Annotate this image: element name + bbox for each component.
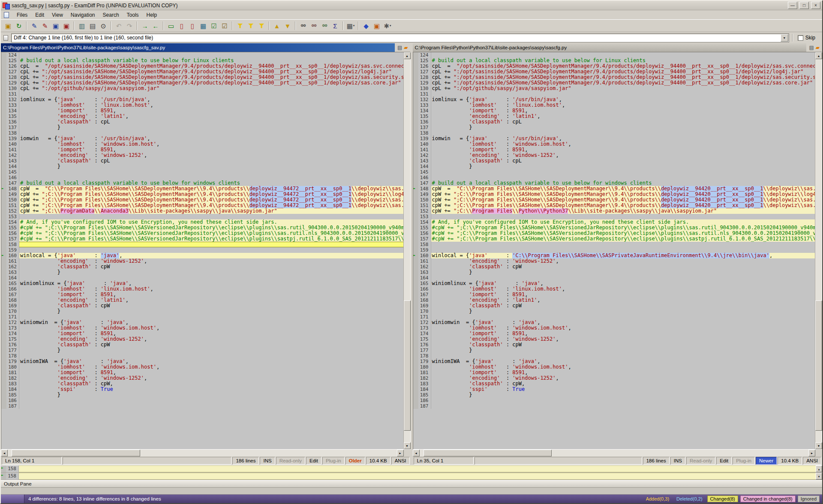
edit-second-file-icon[interactable]: ✎ xyxy=(40,21,50,31)
code-line-168[interactable]: 168 'encoding' : 'latin1', xyxy=(413,297,815,303)
code-line-144[interactable]: 144 } xyxy=(413,164,815,169)
code-line-126[interactable]: 126cpL = "/opt/sasinside/SASHome/SASDepl… xyxy=(1,63,403,69)
code-line-143[interactable]: 143 'classpath' : cpL xyxy=(413,158,815,164)
code-line-151[interactable]: 151cpW += ";C:\\Program Files\\SASHome\\… xyxy=(1,203,403,208)
scroll-left-button[interactable]: ◄ xyxy=(1,450,8,456)
view-options-dropdown-icon[interactable]: ▦▾ xyxy=(345,21,356,31)
code-line-139[interactable]: 139iomwin = {'java' : '/usr/bin/java', xyxy=(1,136,403,141)
code-line-167[interactable]: 167 'iomport' : 8591, xyxy=(413,292,815,297)
code-line-183[interactable]: 183 'classpath' : cpW, xyxy=(1,381,403,387)
code-line-163[interactable]: 163 } xyxy=(413,270,815,275)
code-line-161[interactable]: 161 'encoding' : 'windows-1252', xyxy=(413,258,815,264)
code-line-141[interactable]: 141 'iomport' : 8591, xyxy=(413,147,815,153)
code-line-154[interactable]: 154# And, if you've configured IOM to us… xyxy=(413,219,815,225)
code-line-166[interactable]: 166 'iomhost' : 'linux.iom.host', xyxy=(413,286,815,292)
code-line-187[interactable]: 187 xyxy=(1,403,403,409)
print-icon[interactable]: ▤ xyxy=(87,21,98,31)
code-line-153[interactable]: 153 xyxy=(413,214,815,219)
code-line-167[interactable]: 167 'iomport' : 8591, xyxy=(1,292,403,297)
code-line-182[interactable]: 182 'encoding' : 'windows-1252', xyxy=(413,375,815,381)
code-line-147[interactable]: 147# build out a local classpath variabl… xyxy=(1,180,403,186)
edit-first-file-icon[interactable]: ✎ xyxy=(29,21,39,31)
code-line-180[interactable]: 180 'iomhost' : 'windows.iom.host', xyxy=(413,364,815,370)
scroll-down-button[interactable]: ▼ xyxy=(815,442,822,449)
code-line-170[interactable]: 170 } xyxy=(1,309,403,314)
compare-files-icon[interactable]: ▣ xyxy=(3,21,13,31)
hscroll-track[interactable] xyxy=(420,450,809,456)
find-binoculars-icon[interactable]: ⊙⊙ xyxy=(298,21,308,31)
code-line-185[interactable]: 185 } xyxy=(1,392,403,398)
code-line-177[interactable]: 177 } xyxy=(413,348,815,353)
code-line-135[interactable]: 135 'encoding' : 'latin1', xyxy=(413,114,815,119)
refresh-icon[interactable]: ↻ xyxy=(14,21,24,31)
code-line-187[interactable]: 187 xyxy=(413,403,815,409)
copy-block-icon[interactable]: ▥ xyxy=(77,21,87,31)
code-line-136[interactable]: 136 'classpath' : cpL xyxy=(1,119,403,125)
code-line-176[interactable]: 176 'classpath' : cpW xyxy=(1,342,403,348)
hscroll-thumb[interactable] xyxy=(424,450,552,456)
code-line-133[interactable]: 133 'iomhost' : 'linux.iom.host', xyxy=(1,102,403,108)
code-line-128[interactable]: 128cpL += ":/opt/sasinside/SASHome/SASDe… xyxy=(1,75,403,80)
menu-search[interactable]: Search xyxy=(99,11,123,19)
code-line-140[interactable]: 140 'iomhost' : 'windows.iom.host', xyxy=(413,141,815,147)
code-line-159[interactable]: 159 xyxy=(1,247,403,253)
code-line-149[interactable]: 149cpW += ";C:\\Program Files\\SASHome\\… xyxy=(1,192,403,197)
code-line-131[interactable]: 131 xyxy=(1,91,403,97)
code-line-185[interactable]: 185 } xyxy=(413,392,815,398)
code-line-127[interactable]: 127cpL += ":/opt/sasinside/SASHome/SASDe… xyxy=(1,69,403,75)
code-line-165[interactable]: 165winiomlinux = {'java' : 'java', xyxy=(413,281,815,286)
scroll-right-button[interactable]: ► xyxy=(808,450,815,456)
code-line-178[interactable]: 178 xyxy=(413,353,815,359)
code-line-169[interactable]: 169 'classpath' : cpW xyxy=(413,303,815,309)
scroll-track[interactable] xyxy=(404,59,410,442)
second-code-area[interactable]: 124125# build out a local classpath vari… xyxy=(413,52,815,409)
code-line-182[interactable]: 182 'encoding' : 'windows-1252', xyxy=(1,375,403,381)
code-line-175[interactable]: 175 'encoding' : 'windows-1252', xyxy=(413,336,815,342)
code-line-155[interactable]: 155#cpW += ";C:\\Program Files\\SASHome\… xyxy=(1,225,403,231)
first-code-viewport[interactable]: 124125# build out a local classpath vari… xyxy=(1,52,403,449)
filter-icon[interactable] xyxy=(235,21,245,31)
filter-clear-icon[interactable] xyxy=(256,21,267,31)
show-both-panes-icon[interactable]: ▭ xyxy=(166,21,176,31)
code-line-174[interactable]: 174 'iomport' : 8591, xyxy=(413,331,815,336)
code-line-184[interactable]: 184 'sspi' : True xyxy=(1,387,403,392)
output-pane-header[interactable]: Output Pane xyxy=(1,480,822,488)
code-line-157[interactable]: 157#cpW += ";C:\\Program Files\\SASHome\… xyxy=(1,236,403,242)
code-line-137[interactable]: 137 } xyxy=(413,125,815,130)
menu-files[interactable]: Files xyxy=(13,11,31,19)
combo-dropdown-button[interactable]: ▼ xyxy=(781,34,788,42)
hscroll-thumb[interactable] xyxy=(12,450,140,456)
show-line-numbers-icon[interactable]: ☑ xyxy=(209,21,219,31)
code-line-146[interactable]: 146 xyxy=(1,175,403,180)
print-icon[interactable]: ▤ xyxy=(397,45,402,50)
code-line-126[interactable]: 126cpL = "/opt/sasinside/SASHome/SASDepl… xyxy=(413,63,815,69)
code-line-163[interactable]: 163 } xyxy=(1,270,403,275)
code-line-161[interactable]: 161 'encoding' : 'windows-1252', xyxy=(1,258,403,264)
menu-tools[interactable]: Tools xyxy=(123,11,143,19)
code-line-151[interactable]: 151cpW += ";C:\\Program Files\\SASHome\\… xyxy=(413,203,815,208)
first-code-area[interactable]: 124125# build out a local classpath vari… xyxy=(1,52,403,409)
code-line-144[interactable]: 144 } xyxy=(1,164,403,169)
word-wrap-icon[interactable]: ☑ xyxy=(219,21,230,31)
first-vertical-scrollbar[interactable]: ▲ ▼ xyxy=(403,52,410,449)
menu-navigation[interactable]: Navigation xyxy=(67,11,99,19)
code-line-146[interactable]: 146 xyxy=(413,175,815,180)
code-line-162[interactable]: 162 'classpath' : cpW xyxy=(1,264,403,270)
code-line-128[interactable]: 128cpL += ":/opt/sasinside/SASHome/SASDe… xyxy=(413,75,815,80)
code-line-157[interactable]: 157#cpW += ";C:\\Program Files\\SASHome\… xyxy=(413,236,815,242)
code-line-178[interactable]: 178 xyxy=(1,353,403,359)
code-line-142[interactable]: 142 'encoding' : 'windows-1252', xyxy=(413,153,815,158)
code-line-148[interactable]: ►148cpW = "C:\\Program Files\\SASHome\\S… xyxy=(1,186,403,192)
code-line-179[interactable]: 179winiomIWA = {'java' : 'java', xyxy=(1,359,403,364)
filter-lines-icon[interactable] xyxy=(246,21,256,31)
code-line-175[interactable]: 175 'encoding' : 'windows-1252', xyxy=(1,336,403,342)
plugins-icon[interactable]: ◆ xyxy=(361,21,371,31)
code-line-177[interactable]: 177 } xyxy=(1,348,403,353)
code-line-152[interactable]: 152cpW += ";C:\\ProgramData\\Anaconda3\\… xyxy=(1,208,403,214)
code-line-137[interactable]: 137 } xyxy=(1,125,403,130)
code-line-141[interactable]: 141 'iomport' : 8591, xyxy=(1,147,403,153)
code-line-154[interactable]: 154# And, if you've configured IOM to us… xyxy=(1,219,403,225)
code-line-169[interactable]: 169 'classpath' : cpW xyxy=(1,303,403,309)
code-line-181[interactable]: 181 'iomport' : 8591, xyxy=(1,370,403,375)
code-line-170[interactable]: 170 } xyxy=(413,309,815,314)
